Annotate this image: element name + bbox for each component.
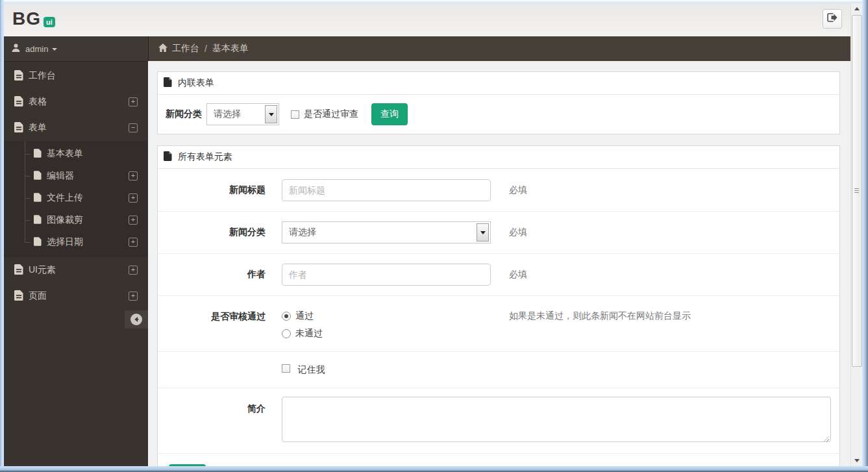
author-label: 作者	[158, 269, 282, 280]
sidebar-item-ui-elements[interactable]: UI元素 +	[4, 257, 148, 283]
content-body: 内联表单 新闻分类 请选择 是否通过审查 查询	[148, 61, 850, 466]
main-content: 工作台 / 基本表单 内联表单 新闻分类 请选择	[148, 36, 850, 466]
vertical-scrollbar[interactable]	[850, 3, 862, 466]
fail-radio-label: 未通过	[295, 328, 323, 340]
sidebar-subitem-label: 基本表单	[47, 148, 138, 160]
file-icon	[14, 70, 23, 82]
username: admin	[25, 44, 48, 54]
document-icon	[164, 151, 172, 163]
user-menu[interactable]: admin	[4, 36, 148, 62]
expand-plus-icon[interactable]: +	[129, 193, 138, 203]
select-dropdown-button[interactable]	[265, 105, 277, 123]
sidebar: admin 工作台 表格 + 表单 −	[4, 36, 148, 466]
radio-dot	[284, 314, 288, 318]
window-frame-bottom	[0, 466, 868, 472]
file-icon	[34, 215, 42, 226]
news-category-select-value: 请选择	[289, 227, 316, 238]
breadcrumb: 工作台 / 基本表单	[148, 36, 850, 61]
sidebar-subitem-label: 选择日期	[47, 236, 129, 248]
file-icon	[34, 149, 42, 160]
file-icon	[14, 122, 23, 134]
sidebar-item-forms[interactable]: 表单 −	[4, 115, 148, 141]
news-category-label: 新闻分类	[158, 227, 282, 238]
page: BG ui admin	[4, 3, 850, 466]
sidebar-subitem-image-crop[interactable]: 图像裁剪 +	[4, 209, 148, 231]
select-dropdown-button[interactable]	[477, 223, 489, 242]
expand-plus-icon[interactable]: +	[129, 266, 138, 275]
sidebar-subitem-file-upload[interactable]: 文件上传 +	[4, 187, 148, 209]
scrollbar-thumb[interactable]	[852, 15, 862, 367]
submit-button[interactable]	[169, 464, 206, 466]
chevron-down-icon	[269, 113, 274, 116]
inline-form: 新闻分类 请选择 是否通过审查 查询	[158, 95, 839, 134]
author-row: 作者 必填	[158, 253, 839, 295]
sidebar-subitem-editor[interactable]: 编辑器 +	[4, 165, 148, 187]
sidebar-item-workbench[interactable]: 工作台	[4, 63, 148, 89]
app-logo: BG ui	[12, 8, 55, 29]
sidebar-item-label: 表单	[29, 122, 129, 134]
news-title-input[interactable]	[282, 179, 491, 201]
sidebar-subitem-label: 图像裁剪	[47, 214, 129, 226]
collapse-minus-icon[interactable]: −	[129, 123, 138, 132]
radio-option-fail: 未通过	[282, 328, 491, 340]
scroll-up-button[interactable]	[851, 3, 862, 14]
sidebar-nav: 工作台 表格 + 表单 − 基本表单	[4, 62, 148, 309]
category-label: 新闻分类	[166, 108, 202, 120]
news-category-row: 新闻分类 请选择 必填	[158, 211, 839, 253]
category-select-value: 请选择	[214, 108, 241, 120]
browser-window: BG ui admin	[0, 0, 868, 472]
file-icon	[34, 171, 42, 182]
tree-stub	[25, 176, 31, 177]
chevron-down-icon	[480, 231, 486, 234]
review-checkbox-label: 是否通过审查	[304, 108, 358, 120]
review-checkbox[interactable]	[291, 110, 299, 119]
intro-textarea[interactable]	[282, 397, 831, 442]
search-button[interactable]: 查询	[371, 103, 408, 125]
tree-stub	[25, 242, 31, 243]
resize-grip-icon[interactable]	[823, 436, 829, 442]
author-input[interactable]	[282, 264, 491, 286]
radio-option-pass: 通过	[282, 310, 491, 322]
file-icon	[14, 96, 23, 108]
logout-icon	[826, 12, 838, 25]
news-title-row: 新闻标题 必填	[158, 169, 839, 211]
sidebar-item-label: 表格	[29, 96, 129, 108]
expand-plus-icon[interactable]: +	[129, 97, 138, 106]
required-hint: 必填	[509, 184, 527, 196]
expand-plus-icon[interactable]: +	[129, 238, 138, 247]
arrow-up-icon	[854, 7, 860, 10]
news-category-select[interactable]: 请选择	[282, 221, 491, 243]
sidebar-subitem-date-picker[interactable]: 选择日期 +	[4, 231, 148, 253]
tree-stub	[25, 154, 31, 155]
sidebar-subitem-label: 文件上传	[47, 192, 129, 204]
logo-text: BG	[12, 8, 41, 29]
sidebar-subitem-label: 编辑器	[47, 170, 129, 182]
fail-radio[interactable]	[282, 329, 291, 338]
breadcrumb-home[interactable]: 工作台	[172, 43, 199, 55]
logo-ui-badge: ui	[43, 17, 55, 27]
scroll-down-button[interactable]	[851, 455, 862, 466]
review-help-text: 如果是未通过，则此条新闻不在网站前台显示	[509, 310, 691, 322]
logout-button[interactable]	[823, 9, 842, 29]
expand-plus-icon[interactable]: +	[129, 171, 138, 180]
all-elements-panel-header: 所有表单元素	[158, 146, 839, 169]
remember-me-checkbox[interactable]	[282, 364, 290, 373]
chevron-down-icon	[52, 48, 57, 51]
sidebar-item-tables[interactable]: 表格 +	[4, 89, 148, 115]
sidebar-collapse-button[interactable]	[125, 310, 148, 329]
window-frame-right	[862, 0, 868, 472]
intro-label: 简介	[158, 397, 282, 415]
sidebar-subitem-basic-form[interactable]: 基本表单	[4, 143, 148, 165]
expand-plus-icon[interactable]: +	[129, 292, 138, 301]
required-hint: 必填	[509, 227, 527, 238]
file-icon	[14, 264, 23, 277]
review-checkbox-group: 是否通过审查	[291, 108, 358, 120]
expand-plus-icon[interactable]: +	[129, 216, 138, 225]
file-icon	[14, 290, 23, 303]
document-icon	[164, 77, 172, 89]
sidebar-item-pages[interactable]: 页面 +	[4, 283, 148, 309]
pass-radio[interactable]	[282, 312, 291, 321]
category-select[interactable]: 请选择	[206, 103, 279, 125]
panel-title: 所有表单元素	[178, 151, 232, 163]
file-icon	[34, 237, 42, 248]
